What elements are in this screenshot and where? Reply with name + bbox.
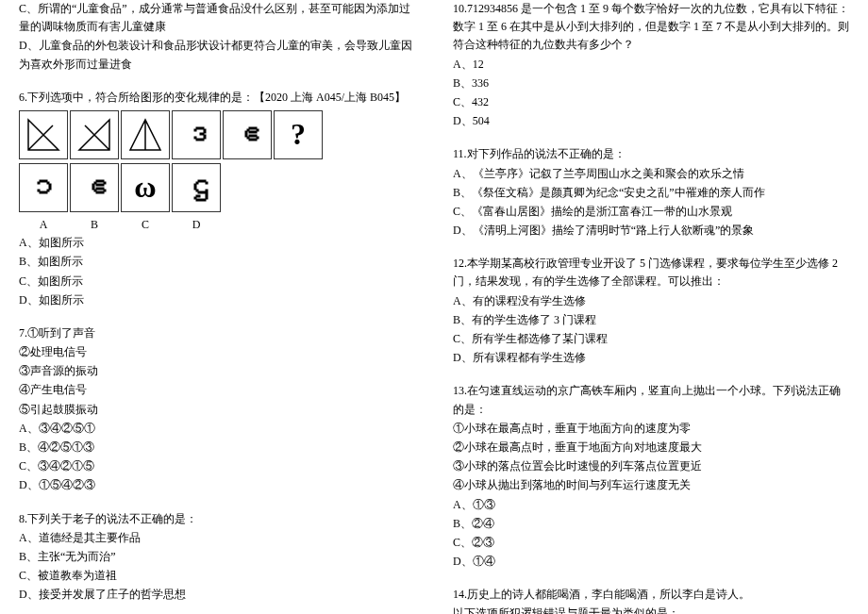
pre-options: C、所谓的“儿童食品”，成分通常与普通食品没什么区别，甚至可能因为添加过量的调味… bbox=[19, 0, 415, 74]
q10-c: C、432 bbox=[453, 93, 849, 111]
fig-glyph-2: ဧ bbox=[223, 110, 272, 159]
fig-opt-d: ဌ bbox=[172, 163, 221, 212]
q8-a: A、道德经是其主要作品 bbox=[19, 529, 415, 547]
q11-b: B、《祭侄文稿》是颜真卿为纪念“安史之乱”中罹难的亲人而作 bbox=[453, 184, 849, 202]
q7-l3: ③声音源的振动 bbox=[19, 362, 415, 380]
q13-c: C、②③ bbox=[453, 534, 849, 552]
q7-l2: ②处理电信号 bbox=[19, 343, 415, 361]
q12-stem: 12.本学期某高校行政管理专业开设了 5 门选修课程，要求每位学生至少选修 2 … bbox=[453, 255, 849, 290]
q13-l1: ①小球在最高点时，垂直于地面方向的速度为零 bbox=[453, 420, 849, 438]
q6-labels: A B C D bbox=[19, 216, 415, 234]
q12-a: A、有的课程没有学生选修 bbox=[453, 292, 849, 310]
q13-a: A、①③ bbox=[453, 496, 849, 514]
q7: 7.①听到了声音 ②处理电信号 ③声音源的振动 ④产生电信号 ⑤引起鼓膜振动 A… bbox=[19, 324, 415, 495]
q6-c: C、如图所示 bbox=[19, 273, 415, 290]
q7-l1: 7.①听到了声音 bbox=[19, 324, 415, 342]
q13-stem: 13.在匀速直线运动的京广高铁车厢内，竖直向上抛出一个小球。下列说法正确的是： bbox=[453, 382, 849, 418]
fig-opt-b: ဧ bbox=[70, 163, 119, 212]
label-c: C bbox=[121, 216, 170, 234]
q14-stem: 14.历史上的诗人都能喝酒，李白能喝酒，所以李白是诗人。 bbox=[453, 586, 849, 604]
q8-d: D、接受并发展了庄子的哲学思想 bbox=[19, 586, 415, 604]
fig-tri-1 bbox=[19, 110, 68, 159]
label-d: D bbox=[172, 216, 221, 234]
q13: 13.在匀速直线运动的京广高铁车厢内，竖直向上抛出一个小球。下列说法正确的是： … bbox=[453, 382, 849, 571]
q12-d: D、所有课程都有学生选修 bbox=[453, 349, 849, 367]
q13-d: D、①④ bbox=[453, 553, 849, 571]
q6-b: B、如图所示 bbox=[19, 253, 415, 271]
q6-row1: ဒ ဧ ? bbox=[19, 110, 415, 159]
q13-b: B、②④ bbox=[453, 515, 849, 533]
q6-row2: ၁ ဧ ω ဌ bbox=[19, 163, 415, 212]
q7-a: A、③④②⑤① bbox=[19, 420, 415, 438]
q7-d: D、①⑤④②③ bbox=[19, 476, 415, 494]
opt-d: D、儿童食品的外包装设计和食品形状设计都更符合儿童的审美，会导致儿童因为喜欢外形… bbox=[19, 37, 415, 73]
q12-c: C、所有学生都选修了某门课程 bbox=[453, 330, 849, 348]
right-column: 10.712934856 是一个包含 1 至 9 每个数字恰好一次的九位数，它具… bbox=[434, 0, 868, 614]
q8-b: B、主张“无为而治” bbox=[19, 548, 415, 566]
q10-d: D、504 bbox=[453, 112, 849, 130]
q6-d: D、如图所示 bbox=[19, 291, 415, 309]
q8: 8.下列关于老子的说法不正确的是： A、道德经是其主要作品 B、主张“无为而治”… bbox=[19, 510, 415, 605]
q10-b: B、336 bbox=[453, 75, 849, 92]
q11-c: C、《富春山居图》描绘的是浙江富春江一带的山水景观 bbox=[453, 203, 849, 221]
q7-l5: ⑤引起鼓膜振动 bbox=[19, 401, 415, 419]
q10-stem: 10.712934856 是一个包含 1 至 9 每个数字恰好一次的九位数，它具… bbox=[453, 0, 849, 55]
q12: 12.本学期某高校行政管理专业开设了 5 门选修课程，要求每位学生至少选修 2 … bbox=[453, 255, 849, 367]
q11-a: A、《兰亭序》记叙了兰亭周围山水之美和聚会的欢乐之情 bbox=[453, 165, 849, 183]
fig-opt-c: ω bbox=[121, 163, 170, 212]
q11: 11.对下列作品的说法不正确的是： A、《兰亭序》记叙了兰亭周围山水之美和聚会的… bbox=[453, 145, 849, 240]
fig-tri-3 bbox=[121, 110, 170, 159]
q6: 6.下列选项中，符合所给图形的变化规律的是：【2020 上海 A045/上海 B… bbox=[19, 89, 415, 309]
fig-opt-a: ၁ bbox=[19, 163, 68, 212]
q7-b: B、④②⑤①③ bbox=[19, 439, 415, 456]
q13-l4: ④小球从抛出到落地的时间与列车运行速度无关 bbox=[453, 476, 849, 494]
fig-tri-2 bbox=[70, 110, 119, 159]
q10-a: A、12 bbox=[453, 56, 849, 74]
q8-stem: 8.下列关于老子的说法不正确的是： bbox=[19, 510, 415, 528]
q11-stem: 11.对下列作品的说法不正确的是： bbox=[453, 145, 849, 163]
q13-l2: ②小球在最高点时，垂直于地面方向对地速度最大 bbox=[453, 439, 849, 456]
q6-stem: 6.下列选项中，符合所给图形的变化规律的是：【2020 上海 A045/上海 B… bbox=[19, 89, 415, 107]
q6-a: A、如图所示 bbox=[19, 234, 415, 252]
q10: 10.712934856 是一个包含 1 至 9 每个数字恰好一次的九位数，它具… bbox=[453, 0, 849, 130]
left-column: C、所谓的“儿童食品”，成分通常与普通食品没什么区别，甚至可能因为添加过量的调味… bbox=[0, 0, 434, 614]
fig-qmark: ? bbox=[274, 110, 323, 159]
q14: 14.历史上的诗人都能喝酒，李白能喝酒，所以李白是诗人。 以下选项所犯逻辑错误与… bbox=[453, 586, 849, 614]
q7-c: C、③④②①⑤ bbox=[19, 457, 415, 475]
q8-c: C、被道教奉为道祖 bbox=[19, 567, 415, 585]
opt-c: C、所谓的“儿童食品”，成分通常与普通食品没什么区别，甚至可能因为添加过量的调味… bbox=[19, 0, 415, 36]
q13-l3: ③小球的落点位置会比时速慢的列车落点位置更近 bbox=[453, 457, 849, 475]
label-b: B bbox=[70, 216, 119, 234]
label-a: A bbox=[19, 216, 68, 234]
q7-l4: ④产生电信号 bbox=[19, 381, 415, 399]
fig-glyph-1: ဒ bbox=[172, 110, 221, 159]
q12-b: B、有的学生选修了 3 门课程 bbox=[453, 311, 849, 329]
q11-d: D、《清明上河图》描绘了清明时节“路上行人欲断魂”的景象 bbox=[453, 222, 849, 240]
q14-sub: 以下选项所犯逻辑错误与题干最为类似的是： bbox=[453, 605, 849, 614]
